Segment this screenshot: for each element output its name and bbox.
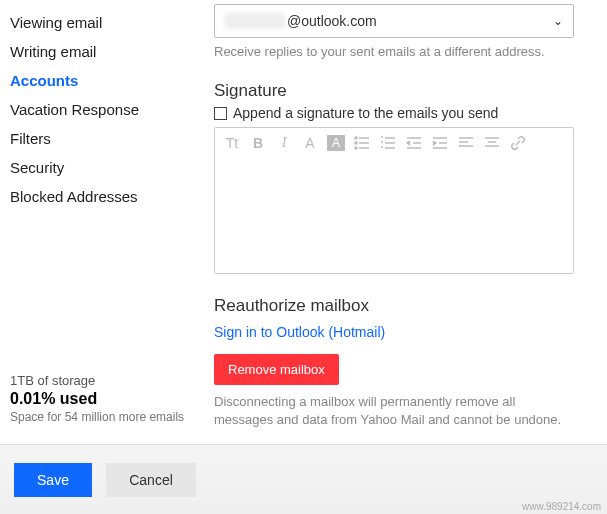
- bold-icon[interactable]: B: [249, 134, 267, 152]
- sidebar-item-vacation-response[interactable]: Vacation Response: [10, 95, 200, 124]
- save-button[interactable]: Save: [14, 463, 92, 497]
- reauth-title: Reauthorize mailbox: [214, 296, 587, 316]
- sidebar-item-filters[interactable]: Filters: [10, 124, 200, 153]
- sidebar-item-viewing-email[interactable]: Viewing email: [10, 8, 200, 37]
- signature-title: Signature: [214, 81, 587, 101]
- remove-mailbox-button[interactable]: Remove mailbox: [214, 354, 339, 385]
- sidebar-item-accounts[interactable]: Accounts: [10, 66, 200, 95]
- svg-point-4: [355, 142, 357, 144]
- reply-address-select[interactable]: @outlook.com ⌄: [214, 4, 574, 38]
- storage-total: 1TB of storage: [10, 373, 200, 388]
- text-color-icon[interactable]: A: [301, 134, 319, 152]
- signin-outlook-link[interactable]: Sign in to Outlook (Hotmail): [214, 324, 385, 340]
- svg-point-5: [355, 147, 357, 149]
- footer-bar: Save Cancel: [0, 444, 607, 514]
- sidebar-item-security[interactable]: Security: [10, 153, 200, 182]
- list-numbered-icon[interactable]: [379, 134, 397, 152]
- masked-username: [225, 13, 285, 29]
- signature-checkbox-row[interactable]: Append a signature to the emails you sen…: [214, 105, 587, 121]
- indent-decrease-icon[interactable]: [405, 134, 423, 152]
- sidebar-item-writing-email[interactable]: Writing email: [10, 37, 200, 66]
- storage-sub: Space for 54 million more emails: [10, 410, 200, 424]
- sidebar: Viewing email Writing email Accounts Vac…: [0, 0, 200, 440]
- watermark: www.989214.com: [522, 501, 601, 512]
- signature-textarea[interactable]: [215, 158, 573, 273]
- nav-list: Viewing email Writing email Accounts Vac…: [10, 8, 200, 211]
- reply-domain: @outlook.com: [287, 13, 377, 29]
- cancel-button[interactable]: Cancel: [106, 463, 196, 497]
- chevron-down-icon: ⌄: [553, 14, 563, 28]
- sidebar-item-blocked-addresses[interactable]: Blocked Addresses: [10, 182, 200, 211]
- italic-icon[interactable]: I: [275, 134, 293, 152]
- indent-increase-icon[interactable]: [431, 134, 449, 152]
- storage-used: 0.01% used: [10, 390, 200, 408]
- text-size-icon[interactable]: Tt: [223, 134, 241, 152]
- align-center-icon[interactable]: [483, 134, 501, 152]
- highlight-icon[interactable]: A: [327, 135, 345, 151]
- main-panel: @outlook.com ⌄ Receive replies to your s…: [200, 0, 607, 440]
- reply-address-value: @outlook.com: [225, 13, 377, 29]
- signature-editor: Tt B I A A: [214, 127, 574, 274]
- storage-info: 1TB of storage 0.01% used Space for 54 m…: [10, 373, 200, 440]
- align-left-icon[interactable]: [457, 134, 475, 152]
- link-icon[interactable]: [509, 134, 527, 152]
- list-bulleted-icon[interactable]: [353, 134, 371, 152]
- editor-toolbar: Tt B I A A: [215, 128, 573, 158]
- remove-warning-text: Disconnecting a mailbox will permanently…: [214, 393, 574, 429]
- reply-helper-text: Receive replies to your sent emails at a…: [214, 44, 587, 59]
- signature-checkbox[interactable]: [214, 107, 227, 120]
- signature-checkbox-label: Append a signature to the emails you sen…: [233, 105, 498, 121]
- svg-point-3: [355, 137, 357, 139]
